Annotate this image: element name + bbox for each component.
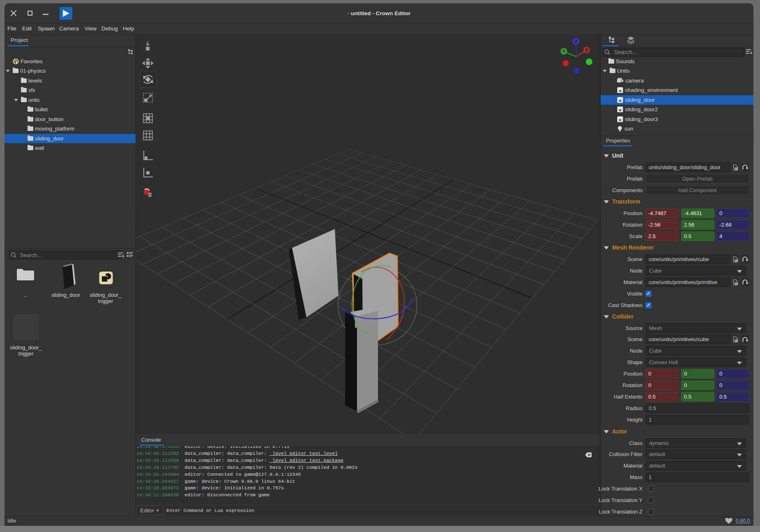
svg-text:Z: Z xyxy=(575,39,578,44)
svg-text:X: X xyxy=(585,48,588,53)
svg-text:Y: Y xyxy=(562,49,566,54)
svg-text:u: u xyxy=(619,107,621,112)
svg-text:u: u xyxy=(619,117,621,122)
svg-text:u: u xyxy=(619,88,621,93)
svg-text:u: u xyxy=(619,97,621,102)
